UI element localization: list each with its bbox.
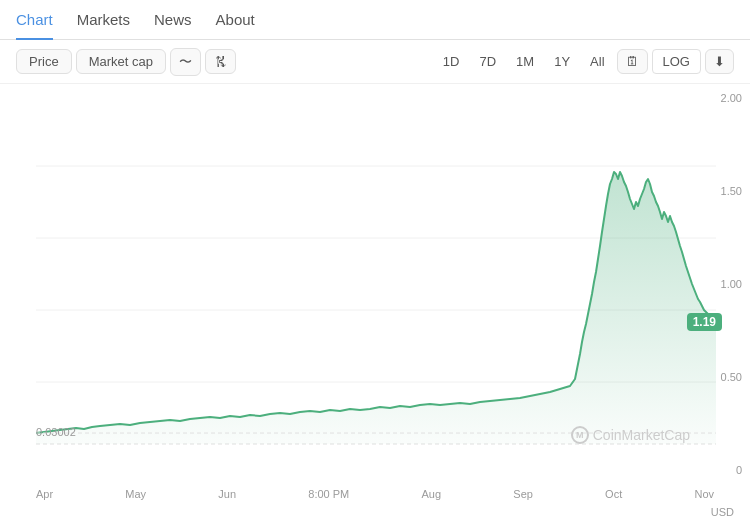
candle-chart-button[interactable]: ⛕ [205, 49, 236, 74]
market-cap-button[interactable]: Market cap [76, 49, 166, 74]
tab-about[interactable]: About [216, 1, 255, 40]
y-label-050: 0.50 [721, 371, 742, 383]
line-chart-button[interactable]: 〜 [170, 48, 201, 76]
x-label-sep: Sep [513, 488, 533, 504]
y-label-100: 1.00 [721, 278, 742, 290]
y-axis: 2.00 1.50 1.00 0.50 0 [721, 84, 742, 484]
coinmarketcap-icon: M [571, 426, 589, 444]
time-7d-button[interactable]: 7D [471, 50, 504, 73]
x-label-oct: Oct [605, 488, 622, 504]
log-button[interactable]: LOG [652, 49, 701, 74]
time-all-button[interactable]: All [582, 50, 612, 73]
tab-chart[interactable]: Chart [16, 1, 53, 40]
chart-svg [0, 84, 750, 484]
tab-news[interactable]: News [154, 1, 192, 40]
time-1m-button[interactable]: 1M [508, 50, 542, 73]
x-label-jun: Jun [218, 488, 236, 504]
watermark: M CoinMarketCap [571, 426, 690, 444]
chart-container: 2.00 1.50 1.00 0.50 0 0.03002 1.19 M Coi… [0, 84, 750, 484]
toolbar-left: Price Market cap 〜 ⛕ [16, 48, 429, 76]
y-label-150: 1.50 [721, 185, 742, 197]
x-label-800pm: 8:00 PM [308, 488, 349, 504]
calendar-button[interactable]: 🗓 [617, 49, 648, 74]
tab-bar: Chart Markets News About [0, 0, 750, 40]
low-price-label: 0.03002 [36, 426, 76, 438]
toolbar: Price Market cap 〜 ⛕ 1D 7D 1M 1Y All 🗓 L… [0, 40, 750, 84]
x-label-may: May [125, 488, 146, 504]
watermark-text: CoinMarketCap [593, 427, 690, 443]
x-label-nov: Nov [694, 488, 714, 504]
time-1y-button[interactable]: 1Y [546, 50, 578, 73]
y-label-0: 0 [721, 464, 742, 476]
currency-label: USD [711, 506, 734, 518]
current-price-label: 1.19 [687, 313, 722, 331]
x-label-apr: Apr [36, 488, 53, 504]
price-button[interactable]: Price [16, 49, 72, 74]
download-button[interactable]: ⬇ [705, 49, 734, 74]
footer: USD [0, 504, 750, 520]
y-label-200: 2.00 [721, 92, 742, 104]
tab-markets[interactable]: Markets [77, 1, 130, 40]
time-1d-button[interactable]: 1D [435, 50, 468, 73]
x-axis: Apr May Jun 8:00 PM Aug Sep Oct Nov [0, 484, 750, 504]
toolbar-right: 1D 7D 1M 1Y All 🗓 LOG ⬇ [435, 49, 734, 74]
x-label-aug: Aug [422, 488, 442, 504]
